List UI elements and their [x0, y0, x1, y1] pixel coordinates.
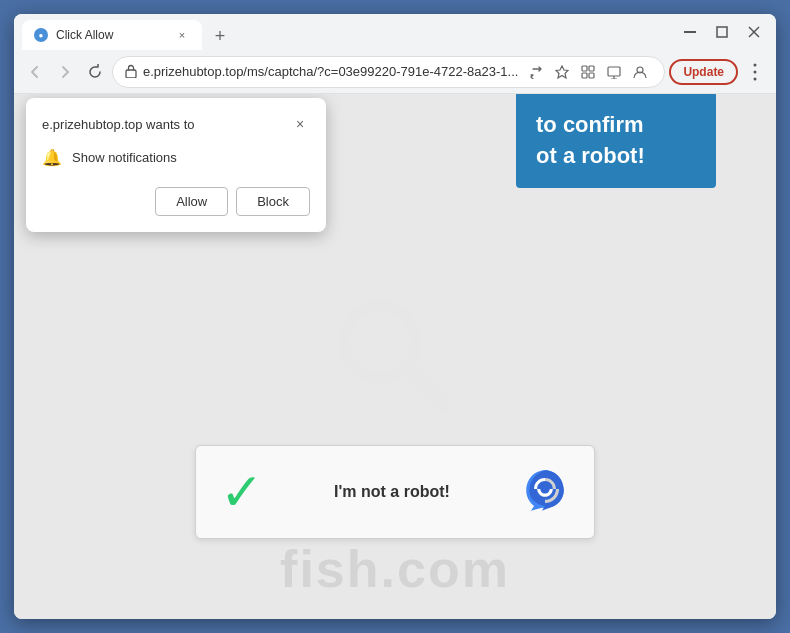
tab-title: Click Allow	[56, 28, 166, 42]
confirm-banner: to confirm ot a robot!	[516, 94, 716, 188]
active-tab[interactable]: ● Click Allow ×	[22, 20, 202, 50]
window-controls	[676, 18, 768, 46]
svg-line-19	[407, 369, 446, 408]
popup-site-text: e.prizehubtop.top wants to	[42, 117, 195, 132]
svg-rect-9	[582, 73, 587, 78]
url-text: e.prizehubtop.top/ms/captcha/?c=03e99220…	[143, 64, 518, 79]
update-button[interactable]: Update	[669, 59, 738, 85]
svg-marker-6	[556, 66, 568, 78]
extension-icon[interactable]	[576, 60, 600, 84]
captcha-checkmark: ✓	[220, 466, 264, 518]
minimize-button[interactable]	[676, 18, 704, 46]
svg-rect-4	[126, 70, 136, 78]
captcha-label: I'm not a robot!	[334, 483, 450, 501]
cast-icon[interactable]	[602, 60, 626, 84]
notification-popup: e.prizehubtop.top wants to × 🔔 Show noti…	[26, 98, 326, 232]
svg-rect-1	[717, 27, 727, 37]
banner-line1: to confirm	[536, 110, 696, 141]
popup-close-button[interactable]: ×	[290, 114, 310, 134]
svg-rect-0	[684, 31, 696, 33]
tabs-area: ● Click Allow × +	[22, 14, 668, 50]
lock-icon	[125, 64, 137, 80]
profile-icon[interactable]	[628, 60, 652, 84]
banner-line2: ot a robot!	[536, 141, 696, 172]
block-button[interactable]: Block	[236, 187, 310, 216]
svg-rect-8	[589, 66, 594, 71]
title-bar: ● Click Allow × +	[14, 14, 776, 50]
popup-header: e.prizehubtop.top wants to ×	[42, 114, 310, 134]
tab-close-button[interactable]: ×	[174, 27, 190, 43]
menu-button[interactable]	[742, 56, 768, 88]
svg-point-16	[754, 70, 757, 73]
svg-point-17	[754, 77, 757, 80]
new-tab-button[interactable]: +	[206, 22, 234, 50]
nav-bar: e.prizehubtop.top/ms/captcha/?c=03e99220…	[14, 50, 776, 94]
allow-button[interactable]: Allow	[155, 187, 228, 216]
address-bar[interactable]: e.prizehubtop.top/ms/captcha/?c=03e99220…	[112, 56, 665, 88]
address-actions	[524, 60, 652, 84]
recaptcha-logo	[520, 467, 570, 517]
captcha-box[interactable]: ✓ I'm not a robot!	[195, 445, 595, 539]
svg-point-18	[344, 306, 416, 378]
bell-icon: 🔔	[42, 148, 62, 167]
popup-notification-row: 🔔 Show notifications	[42, 144, 310, 171]
back-button[interactable]	[22, 56, 48, 88]
browser-window: ● Click Allow × +	[14, 14, 776, 619]
tab-favicon: ●	[34, 28, 48, 42]
svg-point-15	[754, 63, 757, 66]
forward-button[interactable]	[52, 56, 78, 88]
notification-text: Show notifications	[72, 150, 177, 165]
popup-buttons: Allow Block	[42, 187, 310, 216]
bookmark-icon[interactable]	[550, 60, 574, 84]
share-icon[interactable]	[524, 60, 548, 84]
refresh-button[interactable]	[82, 56, 108, 88]
page-content: fish.com to confirm ot a robot! e.prizeh…	[14, 94, 776, 619]
close-window-button[interactable]	[740, 18, 768, 46]
svg-rect-11	[608, 67, 620, 76]
watermark-text: fish.com	[280, 539, 510, 599]
svg-rect-10	[589, 73, 594, 78]
maximize-button[interactable]	[708, 18, 736, 46]
svg-rect-7	[582, 66, 587, 71]
